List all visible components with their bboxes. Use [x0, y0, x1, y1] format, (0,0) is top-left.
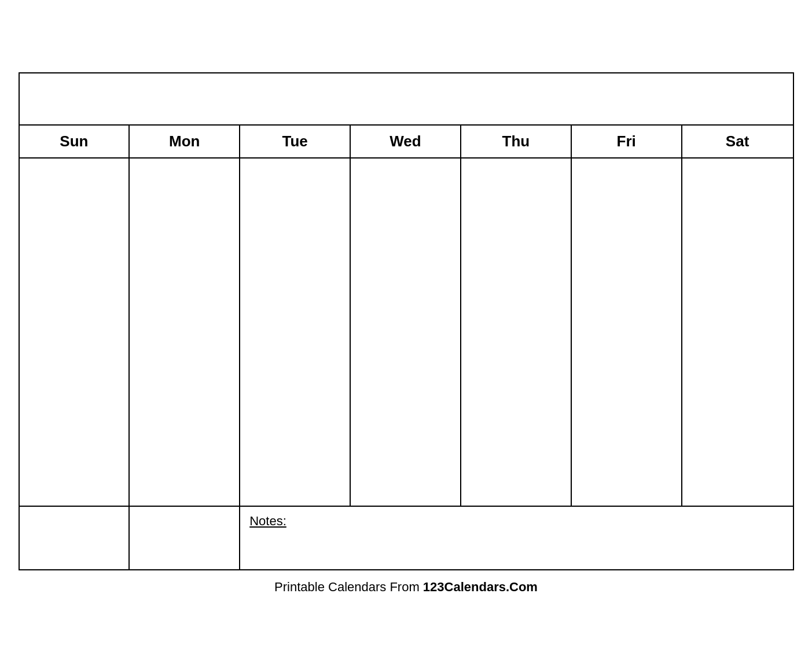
cell-r4-c7[interactable] — [682, 367, 793, 436]
cell-r5-c2[interactable] — [130, 436, 240, 506]
cell-r4-c5[interactable] — [461, 367, 572, 436]
header-sun: Sun — [20, 126, 130, 157]
notes-label: Notes: — [249, 514, 286, 528]
footer-text-bold: 123Calendars.Com — [423, 580, 538, 594]
calendar-row-3 — [20, 297, 793, 367]
cell-r3-c7[interactable] — [682, 297, 793, 367]
footer: Printable Calendars From 123Calendars.Co… — [274, 580, 538, 595]
header-thu: Thu — [461, 126, 572, 157]
cell-r5-c3[interactable] — [240, 436, 351, 506]
calendar-header: Sun Mon Tue Wed Thu Fri Sat — [20, 126, 793, 159]
header-mon: Mon — [130, 126, 240, 157]
cell-r1-c1[interactable] — [20, 159, 130, 228]
cell-r2-c3[interactable] — [240, 228, 351, 297]
header-fri: Fri — [572, 126, 682, 157]
cell-r1-c2[interactable] — [130, 159, 240, 228]
cell-r4-c1[interactable] — [20, 367, 130, 436]
notes-content[interactable]: Notes: — [240, 507, 792, 569]
cell-r5-c4[interactable] — [351, 436, 461, 506]
cell-r3-c5[interactable] — [461, 297, 572, 367]
cell-r2-c1[interactable] — [20, 228, 130, 297]
calendar-row-1 — [20, 159, 793, 228]
cell-r3-c2[interactable] — [130, 297, 240, 367]
header-tue: Tue — [240, 126, 351, 157]
cell-r3-c4[interactable] — [351, 297, 461, 367]
cell-r4-c6[interactable] — [572, 367, 682, 436]
cell-r3-c3[interactable] — [240, 297, 351, 367]
calendar-body: Notes: — [20, 159, 793, 569]
cell-r1-c3[interactable] — [240, 159, 351, 228]
cell-r5-c5[interactable] — [461, 436, 572, 506]
cell-r4-c2[interactable] — [130, 367, 240, 436]
cell-r3-c6[interactable] — [572, 297, 682, 367]
calendar-container: Sun Mon Tue Wed Thu Fri Sat — [19, 72, 794, 570]
cell-r1-c6[interactable] — [572, 159, 682, 228]
cell-r2-c7[interactable] — [682, 228, 793, 297]
calendar-title-row — [20, 73, 793, 126]
header-sat: Sat — [682, 126, 793, 157]
calendar-row-5 — [20, 436, 793, 506]
cell-r1-c7[interactable] — [682, 159, 793, 228]
notes-empty-1 — [20, 507, 130, 569]
cell-r1-c5[interactable] — [461, 159, 572, 228]
calendar-row-2 — [20, 228, 793, 297]
cell-r2-c2[interactable] — [130, 228, 240, 297]
footer-text-regular: Printable Calendars From — [274, 580, 423, 594]
cell-r4-c3[interactable] — [240, 367, 351, 436]
cell-r3-c1[interactable] — [20, 297, 130, 367]
cell-r1-c4[interactable] — [351, 159, 461, 228]
notes-empty-2 — [130, 507, 240, 569]
cell-r2-c4[interactable] — [351, 228, 461, 297]
cell-r4-c4[interactable] — [351, 367, 461, 436]
cell-r5-c7[interactable] — [682, 436, 793, 506]
calendar-row-4 — [20, 367, 793, 436]
cell-r2-c5[interactable] — [461, 228, 572, 297]
cell-r2-c6[interactable] — [572, 228, 682, 297]
cell-r5-c6[interactable] — [572, 436, 682, 506]
header-wed: Wed — [351, 126, 461, 157]
notes-row: Notes: — [20, 506, 793, 569]
cell-r5-c1[interactable] — [20, 436, 130, 506]
